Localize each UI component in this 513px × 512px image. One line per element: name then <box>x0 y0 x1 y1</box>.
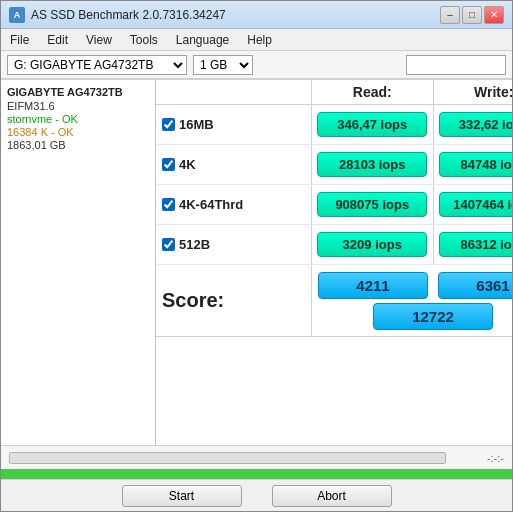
score-read: 4211 <box>318 272 428 299</box>
device-driver-status: stornvme - OK <box>7 113 149 125</box>
progress-bar-bg <box>9 452 446 464</box>
bench-write-16mb: 332,62 iops <box>433 105 513 144</box>
bench-header-spacer <box>156 80 311 104</box>
bench-write-512b: 86312 iops <box>433 225 513 264</box>
bench-row-4k64: 4K-64Thrd 908075 iops 1407464 iops <box>156 185 512 225</box>
bench-read-16mb: 346,47 iops <box>311 105 433 144</box>
checkbox-4k[interactable] <box>162 158 175 171</box>
checkbox-512b[interactable] <box>162 238 175 251</box>
menu-tools[interactable]: Tools <box>127 32 161 48</box>
main-window: A AS SSD Benchmark 2.0.7316.34247 – □ ✕ … <box>0 0 513 512</box>
start-button[interactable]: Start <box>122 485 242 507</box>
menu-edit[interactable]: Edit <box>44 32 71 48</box>
progress-time: -:-:- <box>454 452 504 464</box>
app-icon: A <box>9 7 25 23</box>
close-button[interactable]: ✕ <box>484 6 504 24</box>
read-badge-512b: 3209 iops <box>317 232 427 257</box>
write-header: Write: <box>433 80 513 104</box>
bench-header: Read: Write: <box>156 80 512 105</box>
bench-read-512b: 3209 iops <box>311 225 433 264</box>
drive-select[interactable]: G: GIGABYTE AG4732TB <box>7 55 187 75</box>
bench-row-512b: 512B 3209 iops 86312 iops <box>156 225 512 265</box>
bench-row-4k: 4K 28103 iops 84748 iops <box>156 145 512 185</box>
title-bar-left: A AS SSD Benchmark 2.0.7316.34247 <box>9 7 226 23</box>
write-badge-16mb: 332,62 iops <box>439 112 512 137</box>
score-row: Score: 4211 6361 12722 <box>156 265 512 337</box>
abort-button[interactable]: Abort <box>272 485 392 507</box>
score-label: Score: <box>156 265 311 336</box>
checkbox-16mb[interactable] <box>162 118 175 131</box>
device-model: EIFM31.6 <box>7 100 149 112</box>
bench-read-4k64: 908075 iops <box>311 185 433 224</box>
title-buttons: – □ ✕ <box>440 6 504 24</box>
write-badge-4k: 84748 iops <box>439 152 512 177</box>
read-header: Read: <box>311 80 433 104</box>
title-bar: A AS SSD Benchmark 2.0.7316.34247 – □ ✕ <box>1 1 512 29</box>
bench-label-16mb: 16MB <box>156 117 311 132</box>
checkbox-4k64[interactable] <box>162 198 175 211</box>
device-name: GIGABYTE AG4732TB <box>7 86 149 98</box>
toolbar-input[interactable] <box>406 55 506 75</box>
size-select[interactable]: 1 GB <box>193 55 253 75</box>
bottom-bar: Start Abort <box>1 479 512 511</box>
read-badge-16mb: 346,47 iops <box>317 112 427 137</box>
progress-area: -:-:- <box>1 445 512 469</box>
read-badge-4k64: 908075 iops <box>317 192 427 217</box>
score-total: 12722 <box>373 303 493 330</box>
bench-read-4k: 28103 iops <box>311 145 433 184</box>
menu-view[interactable]: View <box>83 32 115 48</box>
green-status-bar <box>1 469 512 479</box>
bench-row-16mb: 16MB 346,47 iops 332,62 iops <box>156 105 512 145</box>
bench-write-4k: 84748 iops <box>433 145 513 184</box>
menu-bar: File Edit View Tools Language Help <box>1 29 512 51</box>
bench-label-4k: 4K <box>156 157 311 172</box>
menu-file[interactable]: File <box>7 32 32 48</box>
menu-language[interactable]: Language <box>173 32 232 48</box>
device-sector-status: 16384 K - OK <box>7 126 149 138</box>
score-values: 4211 6361 12722 <box>311 265 512 336</box>
bench-label-4k64: 4K-64Thrd <box>156 197 311 212</box>
menu-help[interactable]: Help <box>244 32 275 48</box>
toolbar: G: GIGABYTE AG4732TB 1 GB <box>1 51 512 79</box>
minimize-button[interactable]: – <box>440 6 460 24</box>
bench-write-4k64: 1407464 iops <box>433 185 513 224</box>
left-panel: GIGABYTE AG4732TB EIFM31.6 stornvme - OK… <box>1 80 156 445</box>
bench-label-512b: 512B <box>156 237 311 252</box>
write-badge-4k64: 1407464 iops <box>439 192 512 217</box>
maximize-button[interactable]: □ <box>462 6 482 24</box>
score-write: 6361 <box>438 272 512 299</box>
write-badge-512b: 86312 iops <box>439 232 512 257</box>
device-size: 1863,01 GB <box>7 139 149 151</box>
title-text: AS SSD Benchmark 2.0.7316.34247 <box>31 8 226 22</box>
score-read-write: 4211 6361 <box>318 272 512 299</box>
read-badge-4k: 28103 iops <box>317 152 427 177</box>
